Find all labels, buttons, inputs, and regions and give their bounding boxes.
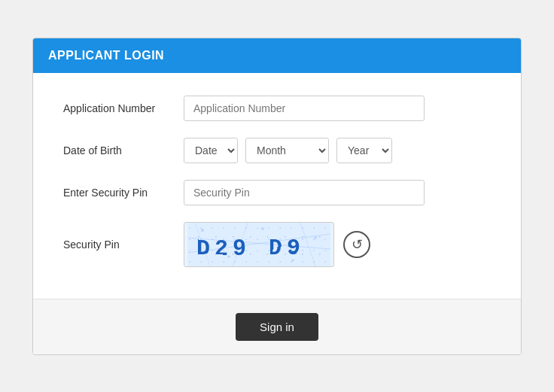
page-title: APPLICANT LOGIN	[48, 49, 164, 62]
application-number-input[interactable]	[184, 96, 425, 121]
dob-row: Date of Birth Date 12345 678910 11121314…	[63, 138, 491, 163]
application-number-row: Application Number	[63, 96, 491, 121]
captcha-controls: D29 D9 ↺	[184, 222, 491, 267]
form-body: Application Number Date of Birth Date 12…	[33, 73, 521, 299]
signin-button[interactable]: Sign in	[236, 313, 318, 341]
captcha-image: D29 D9	[184, 222, 334, 267]
svg-point-8	[261, 227, 264, 230]
refresh-captcha-button[interactable]: ↺	[343, 231, 370, 258]
dob-controls: Date 12345 678910 1112131415 1617181920 …	[184, 138, 491, 163]
dob-date-select[interactable]: Date 12345 678910 1112131415 1617181920 …	[184, 138, 238, 163]
svg-point-6	[201, 229, 204, 232]
captcha-svg: D29 D9	[187, 223, 330, 266]
security-pin-input[interactable]	[184, 180, 425, 205]
refresh-icon: ↺	[352, 236, 363, 253]
dob-year-select[interactable]: Year 200520001995 199019851980	[336, 138, 392, 163]
captcha-row: Security Pin	[63, 222, 491, 267]
application-number-controls	[184, 96, 491, 121]
security-pin-row: Enter Security Pin	[63, 180, 491, 205]
security-pin-controls	[184, 180, 491, 205]
captcha-label: Security Pin	[63, 239, 184, 251]
security-pin-label: Enter Security Pin	[63, 187, 184, 199]
dob-month-select[interactable]: Month JanuaryFebruaryMarch AprilMayJune …	[245, 138, 329, 163]
header-bar: APPLICANT LOGIN	[33, 38, 521, 73]
dob-label: Date of Birth	[63, 144, 184, 156]
svg-point-10	[314, 236, 317, 239]
login-container: APPLICANT LOGIN Application Number Date …	[32, 38, 522, 355]
footer-bar: Sign in	[33, 299, 521, 354]
application-number-label: Application Number	[63, 102, 184, 114]
svg-text:D29 D9: D29 D9	[196, 236, 305, 261]
